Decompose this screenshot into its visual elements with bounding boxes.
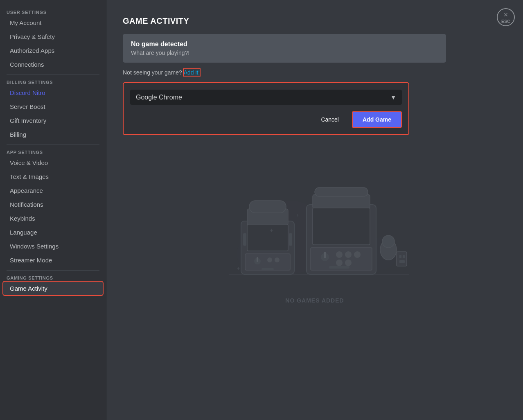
esc-label: ESC [501,19,510,24]
svg-point-22 [336,251,343,258]
sidebar-item-voice-video[interactable]: Voice & Video [3,156,103,169]
svg-rect-36 [399,255,401,258]
sidebar-item-connections[interactable]: Connections [3,58,103,71]
close-button[interactable]: × ESC [497,8,515,26]
svg-rect-12 [262,268,274,270]
billing-settings-label: BILLING SETTINGS [0,73,59,87]
not-seeing-text: Not seeing your game? [123,69,182,76]
game-select-wrapper[interactable]: Google Chrome ▼ [130,90,402,105]
svg-rect-21 [324,252,326,258]
sidebar-item-keybinds[interactable]: Keybinds [3,212,103,225]
main-content: × ESC GAME ACTIVITY No game detected Wha… [106,0,523,420]
svg-rect-27 [329,266,349,269]
svg-point-25 [336,260,343,266]
sidebar-item-game-activity[interactable]: Game Activity [3,282,103,295]
svg-point-10 [267,257,272,262]
sidebar-item-appearance[interactable]: Appearance [3,184,103,197]
sidebar-item-authorized-apps[interactable]: Authorized Apps [3,44,103,57]
sidebar-item-notifications[interactable]: Notifications [3,198,103,211]
sidebar-item-my-account[interactable]: My Account [3,16,103,29]
game-select[interactable]: Google Chrome [130,90,402,105]
gaming-settings-label: GAMING SETTINGS [0,269,60,283]
svg-point-24 [354,251,361,258]
arcade-illustration: + + + + [216,160,413,291]
sidebar: USER SETTINGS My Account Privacy & Safet… [0,0,106,420]
svg-text:+: + [296,212,299,218]
sidebar-item-windows-settings[interactable]: Windows Settings [3,239,103,253]
add-game-button[interactable]: Add Game [352,111,402,128]
sidebar-item-language[interactable]: Language [3,226,103,239]
dropdown-panel: Google Chrome ▼ Cancel Add Game [123,82,409,135]
svg-point-34 [382,235,395,248]
svg-text:+: + [270,227,273,234]
svg-rect-14 [289,233,292,246]
svg-rect-18 [313,208,370,245]
svg-point-11 [275,257,280,262]
sidebar-item-discord-nitro[interactable]: Discord Nitro [3,86,103,99]
dropdown-actions: Cancel Add Game [130,111,402,128]
not-seeing-row: Not seeing your game? Add it! [123,69,507,76]
svg-point-23 [345,251,352,258]
sidebar-item-gift-inventory[interactable]: Gift Inventory [3,114,103,127]
svg-rect-13 [243,233,246,246]
svg-rect-38 [399,260,405,263]
svg-text:+: + [237,266,240,271]
sidebar-item-billing[interactable]: Billing [3,128,103,141]
svg-rect-6 [247,224,288,251]
page-title: GAME ACTIVITY [123,16,507,26]
arcade-area: + + + + NO GAMES ADDED [123,143,507,312]
svg-rect-7 [245,254,290,270]
add-it-link[interactable]: Add it! [184,69,200,76]
user-settings-label: USER SETTINGS [0,3,53,17]
svg-rect-28 [315,187,368,196]
svg-rect-37 [403,255,405,258]
sidebar-item-privacy-safety[interactable]: Privacy & Safety [3,30,103,43]
svg-rect-9 [257,257,258,262]
sidebar-item-text-images[interactable]: Text & Images [3,170,103,183]
no-game-banner-subtitle: What are you playing?! [131,50,438,56]
no-games-label: NO GAMES ADDED [285,297,344,304]
close-icon: × [504,11,508,18]
no-game-banner-title: No game detected [131,41,438,48]
svg-rect-15 [249,201,286,213]
no-game-banner: No game detected What are you playing?! [123,34,446,63]
cancel-button[interactable]: Cancel [314,113,345,126]
svg-point-26 [345,260,352,266]
sidebar-item-streamer-mode[interactable]: Streamer Mode [3,253,103,267]
sidebar-item-server-boost[interactable]: Server Boost [3,100,103,113]
app-settings-label: APP SETTINGS [0,143,50,157]
svg-rect-35 [397,252,407,266]
